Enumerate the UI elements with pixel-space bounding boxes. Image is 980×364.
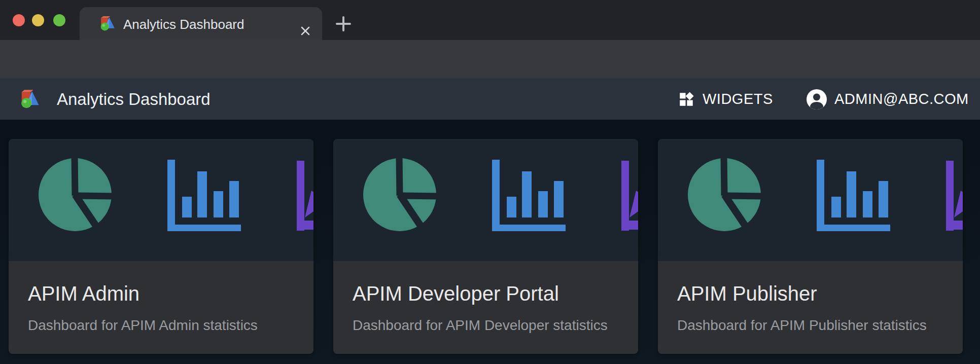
card-title: APIM Publisher xyxy=(677,282,943,305)
tab-title: Analytics Dashboard xyxy=(123,17,244,32)
card-title: APIM Admin xyxy=(28,282,294,305)
app-bar: Analytics Dashboard WIDGETS ADMIN@ABC.CO… xyxy=(0,79,980,120)
account-circle-icon xyxy=(807,89,827,110)
pie-chart-icon xyxy=(39,156,114,231)
trend-arrow-icon xyxy=(621,150,638,231)
close-tab-icon[interactable] xyxy=(298,23,313,39)
card-footer: APIM Publisher Dashboard for APIM Publis… xyxy=(658,261,963,354)
widgets-label: WIDGETS xyxy=(703,91,773,107)
trend-arrow-icon xyxy=(297,150,313,231)
dashboard-card-apim-developer-portal[interactable]: APIM Developer Portal Dashboard for APIM… xyxy=(333,139,638,354)
card-title: APIM Developer Portal xyxy=(353,282,619,305)
dashboard-card-apim-publisher[interactable]: APIM Publisher Dashboard for APIM Publis… xyxy=(658,139,963,354)
widgets-button[interactable]: WIDGETS xyxy=(678,79,773,120)
app-logo-icon xyxy=(20,89,40,108)
user-menu-button[interactable]: ADMIN@ABC.COM xyxy=(807,79,969,120)
browser-window: Analytics Dashboard xyxy=(0,0,980,364)
browser-tab[interactable]: Analytics Dashboard xyxy=(80,7,322,40)
analytics-charts-illustration xyxy=(658,139,963,261)
analytics-charts-illustration xyxy=(9,139,313,261)
trend-arrow-icon xyxy=(946,150,963,231)
new-tab-button[interactable] xyxy=(334,15,353,33)
tab-strip: Analytics Dashboard xyxy=(0,0,980,40)
analytics-charts-illustration xyxy=(333,139,638,261)
browser-toolbar: Not Secure localhost:9643/analytics-dash… xyxy=(0,40,980,79)
window-zoom-button[interactable] xyxy=(53,14,65,26)
window-close-button[interactable] xyxy=(13,14,25,26)
bar-chart-icon xyxy=(817,160,890,231)
card-footer: APIM Admin Dashboard for APIM Admin stat… xyxy=(9,261,313,354)
widgets-icon xyxy=(678,91,695,108)
pie-chart-icon xyxy=(363,156,438,231)
bar-chart-icon xyxy=(167,160,241,231)
card-description: Dashboard for APIM Developer statistics xyxy=(353,317,619,334)
tab-favicon-icon xyxy=(100,16,115,31)
app-title: Analytics Dashboard xyxy=(57,79,211,120)
card-footer: APIM Developer Portal Dashboard for APIM… xyxy=(333,261,638,354)
dashboard-list: APIM Admin Dashboard for APIM Admin stat… xyxy=(0,120,980,364)
card-illustration xyxy=(333,139,638,261)
card-description: Dashboard for APIM Admin statistics xyxy=(28,317,294,334)
pie-chart-icon xyxy=(688,156,763,231)
card-illustration xyxy=(9,139,313,261)
dashboard-card-apim-admin[interactable]: APIM Admin Dashboard for APIM Admin stat… xyxy=(9,139,313,354)
bar-chart-icon xyxy=(492,160,566,231)
card-description: Dashboard for APIM Publisher statistics xyxy=(677,317,943,334)
card-illustration xyxy=(658,139,963,261)
window-minimize-button[interactable] xyxy=(32,14,44,26)
user-email-label: ADMIN@ABC.COM xyxy=(834,91,969,107)
